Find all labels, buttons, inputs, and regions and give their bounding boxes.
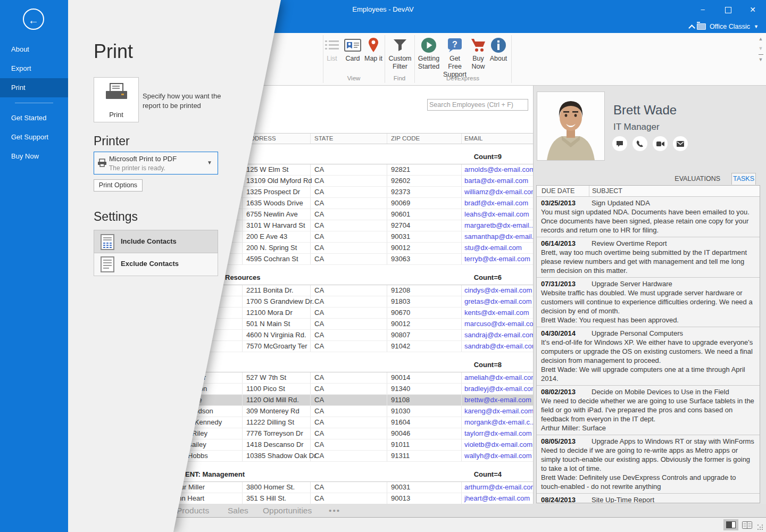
settings-heading: Settings — [94, 210, 138, 224]
backstage-sidebar: ← About Export Print Get Started Get Sup… — [0, 0, 68, 532]
printer-name: Microsoft Print to PDF — [109, 155, 177, 163]
printer-select[interactable]: Microsoft Print to PDF The printer is re… — [94, 152, 218, 174]
sidebar-item-get-support[interactable]: Get Support — [0, 128, 68, 147]
document-contacts-icon — [101, 234, 114, 250]
document-plain-icon — [101, 256, 114, 272]
settings-options: Include Contacts Exclude Contacts — [94, 230, 218, 276]
sidebar-divider — [15, 103, 53, 103]
sidebar-item-about[interactable]: About — [0, 40, 68, 59]
printer-status: The printer is ready. — [109, 164, 165, 172]
print-button[interactable]: Print — [94, 77, 139, 122]
sidebar-item-export[interactable]: Export — [0, 59, 68, 78]
backstage-panel: ← About Export Print Get Started Get Sup… — [0, 0, 766, 532]
printer-small-icon — [98, 159, 106, 167]
back-button[interactable]: ← — [23, 9, 44, 30]
option-include-contacts[interactable]: Include Contacts — [94, 230, 218, 253]
sidebar-item-print[interactable]: Print — [0, 78, 68, 97]
backstage-overlay: ← About Export Print Get Started Get Sup… — [0, 0, 766, 532]
page-title: Print — [94, 40, 133, 63]
sidebar-item-buy-now[interactable]: Buy Now — [0, 147, 68, 166]
app-window: Employees - DevAV – ✕ Office Classic ▼ e… — [0, 0, 766, 532]
printer-icon — [105, 82, 128, 104]
printer-heading: Printer — [94, 134, 130, 148]
sidebar-item-get-started[interactable]: Get Started — [0, 109, 68, 128]
print-description: Specify how you want the report to be pr… — [143, 92, 228, 111]
print-button-label: Print — [94, 111, 138, 119]
printer-dropdown-icon[interactable]: ▼ — [207, 160, 212, 165]
print-options-button[interactable]: Print Options — [94, 179, 143, 192]
option-exclude-contacts[interactable]: Exclude Contacts — [94, 253, 218, 275]
